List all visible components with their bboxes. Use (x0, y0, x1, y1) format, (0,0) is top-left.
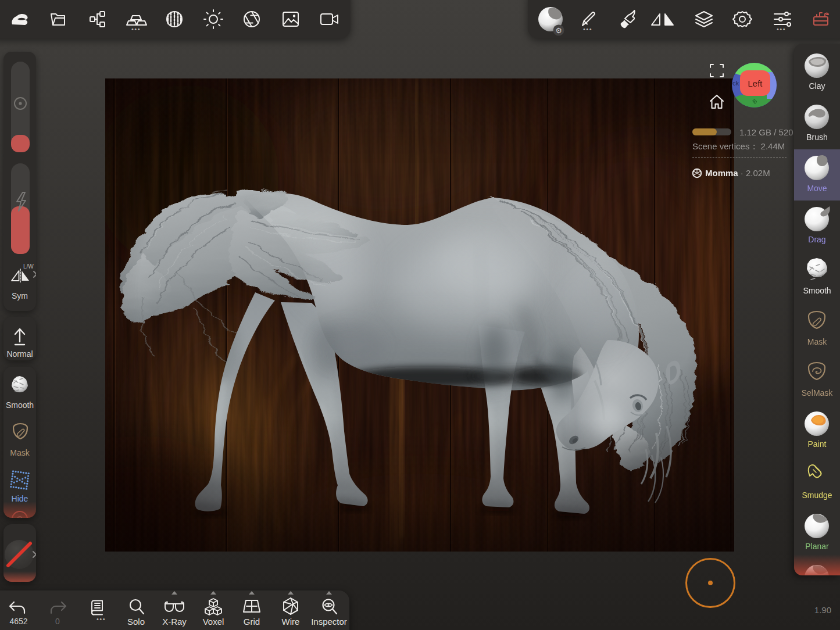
svg-text:⚙: ⚙ (555, 26, 562, 35)
